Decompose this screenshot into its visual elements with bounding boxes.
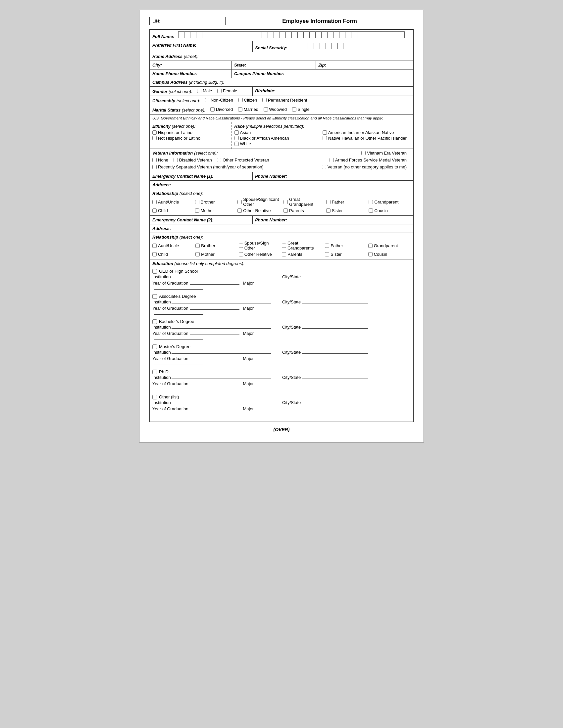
rel2-grandparent[interactable]: Grandparent [368, 241, 407, 250]
rel2-parents[interactable]: Parents [282, 252, 320, 257]
edu-other-row: Other (list) Institution City/State Year… [152, 394, 411, 416]
home-address-suffix: (street): [184, 54, 199, 59]
name-char-box[interactable] [178, 31, 184, 38]
native-hawaiian-item[interactable]: Native Hawaiian or Other Pacific Islande… [323, 136, 407, 141]
associates-label: Associate's Degree [159, 294, 196, 299]
asian-checkbox[interactable] [234, 130, 239, 135]
rel2-cousin[interactable]: Cousin [368, 252, 407, 257]
female-checkbox[interactable] [217, 89, 221, 93]
rel1-grandparent[interactable]: Grandparent [369, 197, 407, 207]
disabled-veteran-item[interactable]: Disabled Veteran [173, 158, 212, 162]
recently-separated-checkbox[interactable] [152, 165, 157, 169]
rel2-spouse[interactable]: Spouse/Sign Other [239, 241, 277, 250]
ethnicity-label: Ethnicity [152, 124, 170, 129]
married-checkbox[interactable] [238, 107, 242, 112]
single-checkbox[interactable] [292, 107, 297, 112]
female-label: Female [223, 88, 237, 93]
white-checkbox[interactable] [234, 142, 239, 146]
form-page: LIN: Employee Information Form Full Name… [139, 10, 424, 442]
black-item[interactable]: Black or African American [234, 136, 319, 141]
american-indian-checkbox[interactable] [323, 130, 327, 135]
rel1-mother[interactable]: Mother [195, 208, 233, 213]
rel1-child[interactable]: Child [152, 208, 190, 213]
rel1-other-relative[interactable]: Other Relative [237, 208, 279, 213]
permanent-resident-item[interactable]: Permanent Resident [262, 98, 307, 103]
american-indian-item[interactable]: American Indian or Alaskan Native [323, 130, 407, 135]
rel2-other-relative[interactable]: Other Relative [239, 252, 277, 257]
single-item[interactable]: Single [292, 107, 310, 112]
non-citizen-item[interactable]: Non-Citizen [205, 98, 233, 103]
rel1-spouse[interactable]: Spouse/Significant Other [237, 197, 279, 207]
citizen-item[interactable]: Citizen [238, 98, 257, 103]
masters-checkbox[interactable] [152, 344, 157, 349]
emergency1-label: Emergency Contact Name (1): [152, 174, 213, 179]
divorced-checkbox[interactable] [210, 107, 214, 112]
married-item[interactable]: Married [238, 107, 258, 112]
disabled-veteran-checkbox[interactable] [173, 158, 178, 162]
address2-label: Address: [152, 226, 171, 231]
other-protected-checkbox[interactable] [217, 158, 221, 162]
native-hawaiian-checkbox[interactable] [323, 136, 327, 140]
none-item[interactable]: None [152, 158, 168, 162]
hispanic-label: Hispanic or Latino [158, 130, 192, 135]
rel2-sister[interactable]: Sister [325, 252, 363, 257]
other-protected-item[interactable]: Other Protected Veteran [217, 158, 269, 162]
armed-forces-checkbox[interactable] [330, 158, 334, 162]
rel1-sister[interactable]: Sister [326, 208, 364, 213]
widowed-item[interactable]: Widowed [263, 107, 287, 112]
non-citizen-checkbox[interactable] [205, 98, 209, 102]
bachelors-checkbox[interactable] [152, 319, 157, 324]
gender-birthdate-row: Gender (select one): Male Female Birthda… [150, 87, 413, 96]
hispanic-item[interactable]: Hispanic or Latino [152, 130, 225, 135]
rel2-mother[interactable]: Mother [195, 252, 234, 257]
rel1-great-grandparent[interactable]: Great Grandparent [284, 197, 322, 207]
hispanic-checkbox[interactable] [152, 130, 157, 135]
rel2-brother[interactable]: Brother [195, 241, 234, 250]
none-checkbox[interactable] [152, 158, 157, 162]
not-hispanic-label: Not Hispanic or Latino [158, 136, 200, 141]
vietnam-era-checkbox[interactable] [361, 151, 366, 155]
associates-checkbox[interactable] [152, 294, 157, 299]
rel1-father[interactable]: Father [326, 197, 364, 207]
vietnam-era-item[interactable]: Vietnam Era Veteran [361, 151, 407, 156]
form-title: Employee Information Form [225, 18, 414, 24]
rel1-parents[interactable]: Parents [284, 208, 322, 213]
male-checkbox[interactable] [197, 89, 201, 93]
campus-address-row: Campus Address (including Bldg. #): [150, 78, 413, 87]
asian-item[interactable]: Asian [234, 130, 319, 135]
black-checkbox[interactable] [234, 136, 239, 140]
white-item[interactable]: White [234, 141, 319, 146]
not-hispanic-item[interactable]: Not Hispanic or Latino [152, 136, 225, 141]
other-checkbox[interactable] [152, 395, 157, 399]
recently-separated-item[interactable]: Recently Separated Veteran (month/year o… [152, 164, 298, 169]
permanent-resident-checkbox[interactable] [262, 98, 266, 102]
address1-label: Address: [152, 182, 171, 187]
rel2-great-grandparents[interactable]: Great Grandparents [282, 241, 320, 250]
city-label: City: [152, 63, 162, 68]
phd-checkbox[interactable] [152, 370, 157, 374]
not-hispanic-checkbox[interactable] [152, 136, 157, 140]
main-form-table: Full Name: Preferred First Name: Social … [149, 29, 414, 422]
campus-phone-label: Campus Phone Number: [234, 71, 285, 76]
armed-forces-item[interactable]: Armed Forces Service Medal Veteran [330, 158, 407, 162]
divorced-item[interactable]: Divorced [210, 107, 233, 112]
male-checkbox-item[interactable]: Male [197, 88, 212, 93]
full-name-row: Full Name: [150, 29, 413, 41]
rel2-aunt-uncle[interactable]: Aunt/Uncle [152, 241, 191, 250]
rel2-father[interactable]: Father [325, 241, 363, 250]
female-checkbox-item[interactable]: Female [217, 88, 237, 93]
education-label: Education [152, 261, 173, 266]
rel1-aunt-uncle[interactable]: Aunt/Uncle [152, 197, 190, 207]
rel1-cousin[interactable]: Cousin [369, 208, 407, 213]
citizen-checkbox[interactable] [238, 98, 243, 102]
emergency1-phone-label: Phone Number: [255, 174, 287, 179]
rel1-brother[interactable]: Brother [195, 197, 233, 207]
married-label: Married [244, 107, 258, 112]
veteran-no-other-checkbox[interactable] [322, 165, 326, 169]
widowed-checkbox[interactable] [263, 107, 268, 112]
ged-checkbox[interactable] [152, 269, 157, 274]
phd-label: Ph.D. [159, 369, 170, 374]
rel2-child[interactable]: Child [152, 252, 191, 257]
black-label: Black or African American [240, 136, 289, 141]
veteran-no-other-item[interactable]: Veteran (no other category applies to me… [322, 164, 407, 169]
